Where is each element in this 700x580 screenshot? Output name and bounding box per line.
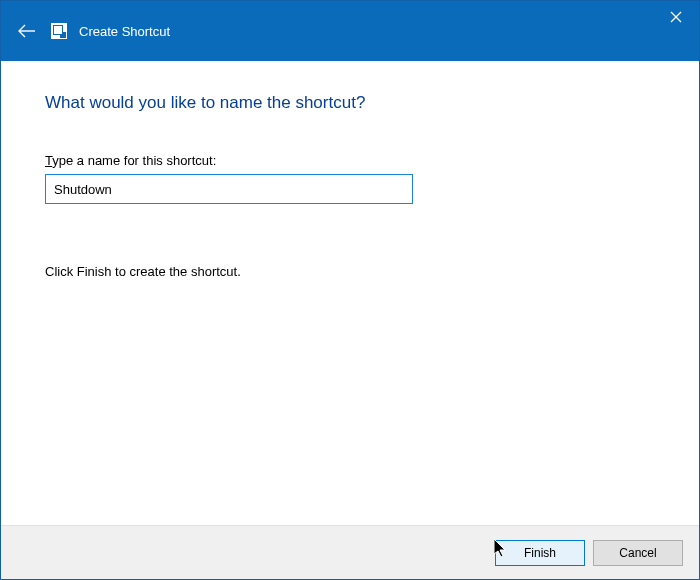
wizard-content: What would you like to name the shortcut… — [1, 61, 699, 525]
shortcut-app-icon — [51, 23, 67, 39]
page-heading: What would you like to name the shortcut… — [45, 93, 655, 113]
name-input-label: Type a name for this shortcut: — [45, 153, 655, 168]
instruction-text: Click Finish to create the shortcut. — [45, 264, 655, 279]
close-button[interactable] — [653, 1, 699, 33]
create-shortcut-wizard-window: Create Shortcut What would you like to n… — [0, 0, 700, 580]
titlebar: Create Shortcut — [1, 1, 699, 61]
close-icon — [670, 11, 682, 23]
cancel-button[interactable]: Cancel — [593, 540, 683, 566]
wizard-footer: Finish Cancel — [1, 525, 699, 579]
back-arrow-icon — [18, 24, 36, 38]
finish-button[interactable]: Finish — [495, 540, 585, 566]
shortcut-name-input[interactable] — [45, 174, 413, 204]
back-button[interactable] — [15, 19, 39, 43]
window-title: Create Shortcut — [79, 24, 170, 39]
